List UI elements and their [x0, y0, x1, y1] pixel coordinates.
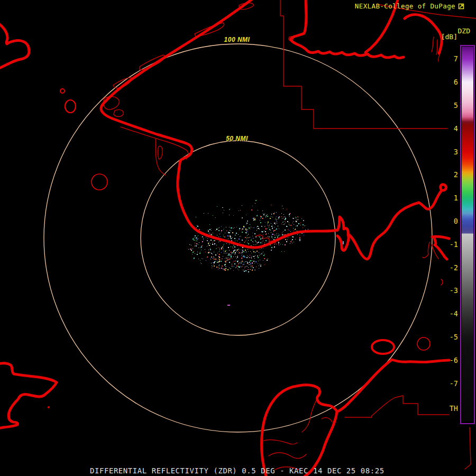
echo-dot	[279, 245, 279, 245]
echo-dot	[221, 230, 222, 231]
echo-dot	[255, 240, 255, 241]
echo-dot	[237, 269, 238, 269]
echo-dot	[277, 236, 278, 237]
echo-dot	[192, 254, 193, 254]
echo-dot	[276, 219, 277, 220]
echo-dot	[223, 235, 224, 235]
echo-dot	[211, 263, 212, 263]
echo-dot	[260, 218, 261, 218]
echo-dot	[228, 253, 230, 254]
echo-dot	[256, 242, 257, 242]
echo-dot	[247, 266, 248, 267]
echo-dot	[292, 239, 293, 240]
echo-dot	[214, 240, 215, 241]
echo-dot	[210, 234, 211, 235]
echo-dot	[271, 226, 272, 227]
echo-dot	[263, 213, 263, 214]
echo-dot	[246, 233, 247, 233]
echo-dot	[276, 212, 277, 213]
echo-dot	[223, 207, 223, 208]
echo-dot	[231, 227, 232, 228]
echo-dot	[278, 225, 278, 226]
echo-dot	[343, 241, 344, 244]
echo-dot	[233, 267, 233, 267]
echo-dot	[217, 261, 217, 261]
echo-dot	[249, 262, 250, 262]
echo-dot	[245, 228, 246, 230]
echo-dot	[222, 207, 223, 208]
echo-dot	[290, 231, 291, 232]
echo-dot	[245, 241, 246, 241]
echo-dot	[266, 228, 266, 228]
echo-dot	[245, 261, 246, 262]
echo-dot	[213, 262, 214, 263]
echo-dot	[219, 268, 220, 269]
echo-dot	[236, 233, 237, 234]
echo-dot	[263, 214, 264, 215]
echo-dot	[229, 215, 230, 215]
echo-dot	[214, 259, 215, 260]
echo-dot	[264, 258, 265, 259]
echo-dot	[234, 263, 235, 264]
colorbar	[460, 45, 475, 424]
echo-dot	[235, 254, 236, 254]
echo-dot	[190, 249, 191, 250]
echo-dot	[219, 264, 219, 265]
echo-dot	[278, 234, 279, 234]
echo-dot	[274, 223, 275, 224]
echo-dot	[253, 261, 254, 262]
echo-dot	[273, 214, 273, 214]
brand-text: NEXLAB-College of DuPage	[355, 2, 455, 10]
echo-dot	[249, 264, 249, 264]
echo-dot	[281, 213, 282, 214]
echo-dot	[267, 215, 267, 215]
echo-dot	[251, 245, 251, 246]
echo-dot	[247, 262, 248, 263]
echo-dot	[226, 259, 227, 259]
echo-dot	[258, 263, 258, 264]
echo-dot	[218, 266, 219, 266]
echo-dot	[214, 244, 214, 245]
echo-dot	[196, 237, 197, 239]
echo-dot	[202, 237, 203, 237]
echo-dot	[209, 234, 210, 234]
echo-dot	[292, 236, 292, 237]
echo-dot	[257, 243, 258, 243]
echo-dot	[224, 264, 225, 266]
coastline-thick-path	[178, 157, 337, 248]
echo-dot	[242, 240, 243, 241]
echo-dot	[243, 270, 243, 270]
echo-dot	[276, 220, 277, 221]
echo-dot	[271, 205, 271, 205]
echo-dot	[290, 225, 291, 226]
echo-dot	[276, 230, 276, 230]
echo-dot	[248, 243, 248, 243]
boundary-thin-path	[465, 427, 471, 469]
echo-dot	[218, 267, 218, 268]
echo-dot	[245, 267, 245, 267]
echo-dot	[235, 235, 236, 235]
echo-dot	[276, 222, 276, 223]
echo-dot	[219, 251, 219, 252]
echo-dot	[251, 257, 252, 258]
echo-dot	[255, 203, 255, 204]
echo-dot	[214, 262, 215, 263]
echo-dot	[201, 263, 202, 264]
echo-dot	[194, 240, 195, 241]
echo-dot	[223, 213, 223, 213]
echo-dot	[241, 255, 242, 256]
echo-dot	[217, 206, 217, 207]
echo-dot	[271, 235, 272, 236]
echo-dot	[251, 266, 251, 266]
echo-dot	[300, 223, 301, 223]
echo-dot	[225, 258, 225, 259]
echo-dot	[237, 252, 238, 252]
echo-dot	[295, 217, 296, 217]
echo-dot	[289, 225, 290, 226]
echo-dot	[294, 242, 294, 242]
echo-dot	[201, 250, 202, 250]
colorbar-units: [dB]	[441, 33, 457, 41]
echo-dot	[233, 250, 234, 251]
echo-dot	[293, 221, 294, 222]
echo-dot	[264, 264, 265, 265]
